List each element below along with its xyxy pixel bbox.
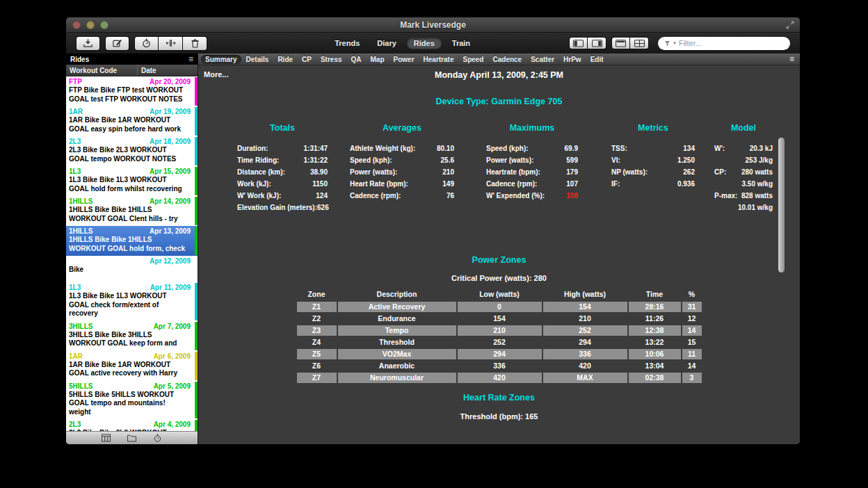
ride-list-item[interactable]: 1L3 Apr 11, 2009 1L3 Bike Bike 1L3 WORKO…	[66, 282, 198, 321]
window-title: Mark Liversedge	[66, 20, 800, 30]
stopwatch-button[interactable]	[134, 36, 159, 51]
critical-power-label: Critical Power (watts): 280	[198, 274, 800, 282]
metric-label: Speed (kph):	[350, 154, 392, 166]
view-tab[interactable]: Trends	[328, 38, 367, 49]
ride-list-item[interactable]: 5HILLS Apr 5, 2009 5HILLS Bike 5HILLS WO…	[66, 381, 198, 420]
chart-tab[interactable]: Edit	[586, 55, 608, 64]
vertical-scrollbar[interactable]	[778, 138, 785, 273]
zone-row: Z5VO2Max29433610:0611	[297, 349, 702, 359]
toggle-left-sidebar-button[interactable]	[569, 37, 588, 49]
chart-tab[interactable]: Cadence	[488, 55, 526, 64]
column-header-workout-code[interactable]: Workout Code	[66, 65, 138, 76]
fullscreen-icon[interactable]	[786, 21, 794, 29]
delete-button[interactable]	[183, 36, 207, 51]
hamburger-menu-icon[interactable]: ≡	[789, 55, 794, 63]
ride-description: 1HILLS Bike Bike 1HILLS WORKOUT GOAL Cle…	[69, 206, 186, 223]
chevron-down-icon: ▼	[673, 41, 677, 45]
column-header-date[interactable]: Date	[138, 65, 198, 76]
heart-rate-zones-title: Heart Rate Zones	[198, 393, 800, 402]
summary-row: Heart Rate (bpm): 149	[350, 178, 454, 190]
metric-value: 38.90	[310, 166, 328, 178]
zoom-button[interactable]	[100, 21, 108, 29]
view-tab[interactable]: Rides	[407, 38, 442, 49]
summary-rows: Speed (kph): 69.9 Power (watts): 599 Hea…	[486, 143, 578, 202]
chart-tab[interactable]: Speed	[458, 55, 488, 64]
chart-tab[interactable]: Details	[242, 55, 273, 64]
ride-list-item[interactable]: 2L3 Apr 4, 2009 2L3 Bike Bike 2L3 WORKOU…	[66, 419, 198, 431]
stopwatch-view-button[interactable]	[153, 434, 162, 442]
workout-code: 1L3	[69, 168, 81, 176]
chart-tab[interactable]: Map	[367, 55, 389, 64]
ride-list-item[interactable]: 1HILLS Apr 13, 2009 1HILLS Bike Bike 1HI…	[66, 226, 198, 256]
metric-label: W':	[714, 143, 725, 154]
compose-button[interactable]	[105, 36, 129, 51]
hamburger-menu-icon[interactable]: ≡	[188, 55, 193, 63]
minimize-button[interactable]	[86, 21, 95, 29]
titlebar[interactable]: Mark Liversedge	[66, 17, 800, 33]
ride-list-item[interactable]: 1AR Apr 6, 2009 1AR Bike Bike 1AR WORKOU…	[66, 351, 198, 381]
metric-label: Cadence (rpm):	[486, 178, 537, 190]
chart-tab[interactable]: HrPw	[559, 55, 586, 64]
metric-label: Work (kJ):	[237, 178, 271, 190]
window-controls	[66, 21, 108, 29]
app-window: Mark Liversedge	[66, 17, 800, 444]
workout-code: 2L3	[69, 421, 81, 429]
ride-item-headline: Apr 12, 2009	[69, 257, 191, 266]
metric-value: 0.936	[677, 178, 695, 190]
toggle-right-sidebar-button[interactable]	[588, 37, 606, 49]
ride-color-stripe	[195, 167, 198, 195]
metric-value: 599	[566, 154, 578, 166]
chart-tab[interactable]: Ride	[273, 55, 297, 64]
summary-rows: Athlete Weight (kg): 80.10 Speed (kph): …	[350, 143, 454, 202]
summary-row: NP (watts): 262	[611, 166, 695, 178]
chart-tab[interactable]: QA	[347, 55, 366, 64]
import-button[interactable]	[76, 36, 100, 51]
ride-list-item[interactable]: 2L3 Apr 18, 2009 2L3 Bike Bike 2L3 WORKO…	[66, 136, 198, 166]
ride-description: 2L3 Bike Bike 2L3 WORKOUT GOAL tempo WOR…	[69, 146, 186, 163]
zone-cell: Z4	[297, 337, 337, 348]
grid-view-button[interactable]	[102, 434, 111, 442]
close-button[interactable]	[72, 21, 81, 29]
chart-tab[interactable]: Power	[389, 55, 419, 64]
ride-list: FTP Apr 20, 2009 FTP Bike Bike FTP test …	[66, 76, 198, 431]
single-view-button[interactable]	[611, 37, 630, 49]
workout-code: 2L3	[69, 138, 81, 146]
summary-row: P-max: 828 watts	[714, 190, 773, 202]
view-tab[interactable]: Train	[445, 38, 477, 49]
more-link[interactable]: More...	[204, 70, 228, 79]
window-body: Rides ≡ Workout Code Date FTP Apr 20, 20…	[66, 54, 800, 444]
ride-list-item[interactable]: 1L3 Apr 15, 2009 1L3 Bike Bike 1L3 WORKO…	[66, 166, 198, 196]
zone-column-header: %	[682, 289, 702, 300]
metric-value: 134	[683, 143, 695, 154]
view-tab[interactable]: Diary	[370, 38, 403, 49]
intervals-button[interactable]	[159, 36, 183, 51]
metric-value: 179	[566, 166, 578, 178]
ride-list-item[interactable]: FTP Apr 20, 2009 FTP Bike Bike FTP test …	[66, 76, 198, 106]
chart-tab[interactable]: Heartrate	[419, 55, 458, 64]
zone-cell: 0	[458, 302, 542, 312]
ride-list-item[interactable]: 3HILLS Apr 7, 2009 3HILLS Bike Bike 3HIL…	[66, 321, 198, 351]
chart-tab[interactable]: Scatter	[527, 55, 558, 64]
metric-value: 3.50 w/kg	[742, 178, 773, 190]
folder-button[interactable]	[127, 434, 136, 442]
filter-input[interactable]	[679, 39, 784, 47]
intervals-icon	[166, 38, 176, 48]
chart-tab[interactable]: Summary	[201, 55, 241, 64]
zone-cell: 154	[543, 302, 627, 312]
zone-cell: Z2	[297, 314, 337, 324]
chart-tab[interactable]: Stress	[316, 55, 346, 64]
filter-box[interactable]: ▼	[658, 37, 790, 50]
zone-cell: 294	[543, 337, 627, 348]
ride-list-item[interactable]: 1HILLS Apr 14, 2009 1HILLS Bike Bike 1HI…	[66, 196, 198, 226]
chart-tab[interactable]: CP	[298, 55, 316, 64]
ride-list-item[interactable]: Apr 12, 2009 Bike	[66, 256, 198, 282]
metric-label: NP (watts):	[611, 166, 648, 178]
ride-item-headline: 2L3 Apr 18, 2009	[69, 138, 191, 146]
metric-value: 626	[317, 202, 329, 213]
metric-value: 262	[683, 166, 695, 178]
ride-item-headline: 5HILLS Apr 5, 2009	[69, 382, 191, 391]
ride-date: Apr 4, 2009	[154, 421, 191, 429]
ride-list-item[interactable]: 1AR Apr 19, 2009 1AR Bike Bike 1AR WORKO…	[66, 106, 198, 136]
tiled-view-button[interactable]	[630, 37, 649, 49]
ride-description: FTP Bike Bike FTP test WORKOUT GOAL test…	[69, 86, 186, 104]
